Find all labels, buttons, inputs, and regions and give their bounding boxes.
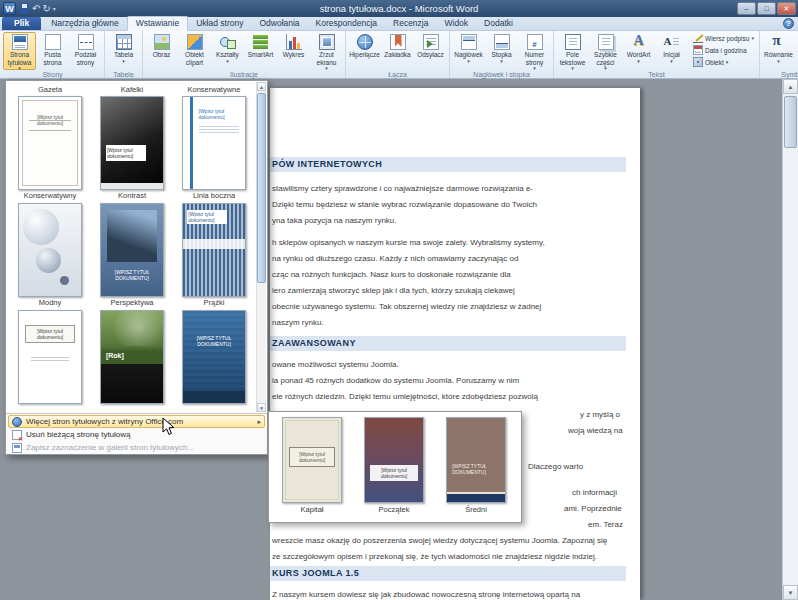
cover-template-perspektywa[interactable]: [Wpisz tytuł dokumentu]Perspektywa: [91, 201, 173, 308]
wiersz-podpisu-dropdown-arrow-icon: ▾: [751, 36, 754, 41]
cover-template-kontrast[interactable]: [Wpisz tytuł dokumentu]Kontrast: [91, 94, 173, 201]
cover-template-puzzle[interactable]: [WPISZ TYTUŁ DOKUMENTU]: [173, 308, 255, 404]
ribbon-button-obiekt[interactable]: Obiekt▾: [690, 56, 757, 68]
tab-korespondencja[interactable]: Korespondencja: [308, 17, 385, 30]
document-text-line: ch informacji: [572, 488, 617, 497]
ribbon-button-inicjal[interactable]: Inicjał▾: [655, 32, 688, 70]
gallery-scrollbar[interactable]: ▲ ▼: [256, 82, 266, 412]
ribbon-button-wordart[interactable]: WordArt▾: [622, 32, 655, 70]
cover-template-motion[interactable]: [Rok]: [91, 308, 173, 404]
cover-template-exposure[interactable]: [Wpisz tytuł dokumentu]: [9, 308, 91, 404]
ribbon-button-smartart[interactable]: SmartArt: [244, 32, 277, 70]
thumbnail-title-text: [Wpisz tytuł dokumentu]: [199, 108, 242, 120]
ribbon-group-tekst: Pole tekstowe▾Szybkie części▾WordArt▾Ini…: [554, 31, 760, 78]
tab-widok[interactable]: Widok: [436, 17, 476, 30]
scrollbar-thumb[interactable]: [784, 96, 797, 148]
cover-thumbnail: [WPISZ TYTUŁ DOKUMENTU]: [182, 310, 246, 404]
ribbon-button-wiersz-podpisu[interactable]: Wiersz podpisu▾: [690, 32, 757, 44]
flyout-template-sredni[interactable]: [WPISZ TYTUŁ DOKUMENTU]Średni: [441, 417, 511, 517]
cover-template-konserwatywny[interactable]: [Wpisz tytuł dokumentu]Konserwatywny: [9, 94, 91, 201]
tab-dodatki[interactable]: Dodatki: [476, 17, 521, 30]
menu-item-zapisz-zaznaczenie-w-galerii-stron-tytulowych[interactable]: Zapisz zaznaczenie w galerii stron tytuł…: [8, 441, 265, 454]
help-icon[interactable]: ?: [783, 18, 794, 29]
rownanie-dropdown-arrow-icon: ▾: [777, 59, 780, 64]
ribbon-button-data-i-godzina[interactable]: Data i godzina: [690, 44, 757, 56]
document-page[interactable]: PÓW INTERNETOWYCHstawiliśmy cztery spraw…: [270, 88, 640, 600]
flyout-template-kapital[interactable]: [Wpisz tytuł dokumentu]Kapitał: [277, 417, 347, 517]
ribbon-button-zrzut-ekranu[interactable]: Zrzut ekranu▾: [310, 32, 343, 70]
inicjal-icon: [664, 34, 680, 50]
scroll-up-icon[interactable]: ▲: [783, 79, 798, 94]
cover-thumbnail: [WPISZ TYTUŁ DOKUMENTU]: [446, 417, 506, 503]
save-selection-icon: [12, 443, 22, 453]
tab-recenzja[interactable]: Recenzja: [385, 17, 436, 30]
ribbon-button-ksztalty[interactable]: Kształty▾: [211, 32, 244, 70]
tab-uklad-strony[interactable]: Układ strony: [188, 17, 251, 30]
ribbon-button-odsylacz[interactable]: Odsyłacz: [414, 32, 447, 70]
document-text-line: owane możliwości systemu Joomla.: [272, 360, 399, 369]
podzial-strony-icon: [78, 34, 94, 50]
ribbon-button-rownanie[interactable]: Równanie▾: [762, 32, 795, 70]
ribbon-button-naglowek[interactable]: Nagłówek▾: [452, 32, 485, 70]
cover-template-konserwatywne[interactable]: Konserwatywne: [173, 82, 255, 94]
cover-page-gallery-list: GazetaKafelkiKonserwatywne[Wpisz tytuł d…: [9, 82, 255, 413]
naglowek-icon: [461, 34, 477, 50]
maximize-button[interactable]: □: [757, 2, 776, 15]
gallery-scrollbar-thumb[interactable]: [257, 93, 266, 283]
save-icon[interactable]: [18, 2, 30, 15]
undo-icon[interactable]: ↶: [32, 2, 40, 15]
office-globe-icon: [12, 417, 22, 427]
tab-narzedzia-glowne[interactable]: Narzędzia główne: [43, 17, 127, 30]
pole-tekstowe-icon: [565, 34, 581, 50]
qat-dropdown-arrow-icon[interactable]: ▾: [53, 2, 56, 15]
strona-tytulowa-icon: [12, 34, 28, 50]
ribbon-button-numer-strony[interactable]: Numer strony▾: [518, 32, 551, 70]
ribbon-button-pole-tekstowe[interactable]: Pole tekstowe▾: [556, 32, 589, 70]
ribbon-button-zakladka[interactable]: Zakładka: [381, 32, 414, 70]
cover-thumbnail: [Wpisz tytuł dokumentu]: [182, 96, 246, 190]
document-text-line: wreszcie masz okazję do poszerzenia swoj…: [272, 536, 607, 545]
ribbon-button-pusta-strona[interactable]: Pusta strona: [36, 32, 69, 70]
ribbon-button-stopka[interactable]: Stopka▾: [485, 32, 518, 70]
ribbon-button-tabela[interactable]: Tabela▾: [107, 32, 140, 70]
pole-tekstowe-label: Pole tekstowe: [557, 51, 588, 66]
redo-icon[interactable]: ↻: [42, 2, 50, 15]
scroll-down-icon[interactable]: ▼: [783, 585, 798, 600]
ribbon-button-obraz[interactable]: Obraz: [145, 32, 178, 70]
menu-item-wiecej-stron-tytulowych-z-witryny-office-com[interactable]: Więcej stron tytułowych z witryny Office…: [8, 415, 265, 428]
flyout-template-poczatek[interactable]: [Wpisz tytuł dokumentu]Początek: [359, 417, 429, 517]
title-bar: W ↶ ↻ ▾ strona tytułowa.docx - Microsoft…: [0, 0, 798, 17]
tab-plik[interactable]: Plik: [2, 17, 41, 30]
cover-template-modny[interactable]: Modny: [9, 201, 91, 308]
ribbon-button-strona-tytulowa[interactable]: Strona tytułowa▾: [3, 32, 36, 70]
tab-odwolania[interactable]: Odwołania: [251, 17, 307, 30]
tab-wstawianie[interactable]: Wstawianie: [127, 16, 188, 31]
menu-item-label: Więcej stron tytułowych z witryny Office…: [26, 417, 183, 426]
tabela-dropdown-arrow-icon: ▾: [122, 59, 125, 64]
cover-template-prazki[interactable]: [Wpisz tytuł dokumentu]Prążki: [173, 201, 255, 308]
thumbnail-title-text: [Wpisz tytuł dokumentu]: [106, 145, 146, 161]
cover-template-kafelki[interactable]: Kafelki: [91, 82, 173, 94]
cover-thumbnail: [Wpisz tytuł dokumentu]: [100, 203, 164, 297]
menu-item-usun-biezaca-strone-tytulowa[interactable]: Usuń bieżącą stronę tytułową: [8, 428, 265, 441]
odsylacz-icon: [423, 34, 439, 50]
ribbon-button-wykres[interactable]: Wykres: [277, 32, 310, 70]
cover-thumbnail: [Rok]: [100, 310, 164, 404]
word-logo-icon: W: [3, 2, 16, 15]
gallery-scroll-up-icon[interactable]: ▲: [257, 82, 266, 91]
gallery-scroll-down-icon[interactable]: ▼: [257, 403, 266, 412]
document-text-line: h sklepów opisanych w naszym kursie ma s…: [272, 238, 545, 247]
document-scrollbar[interactable]: ▲ ▼: [782, 79, 798, 600]
thumbnail-title-text: [Wpisz tytuł dokumentu]: [289, 447, 334, 467]
ribbon-tab-row: PlikNarzędzia główneWstawianieUkład stro…: [0, 17, 798, 31]
close-button[interactable]: ✕: [777, 2, 796, 15]
document-heading: ZAAWANSOWANY: [270, 336, 626, 351]
ribbon-button-podzial-strony[interactable]: Podział strony: [69, 32, 102, 70]
ribbon-button-szybkie-czesci[interactable]: Szybkie części▾: [589, 32, 622, 70]
minimize-button[interactable]: –: [737, 2, 756, 15]
cover-template-linia-boczna[interactable]: [Wpisz tytuł dokumentu]Linia boczna: [173, 94, 255, 201]
document-text-line: ia ponad 45 różnych dodatków do systemu …: [272, 376, 519, 385]
ribbon-button-hiperlacze[interactable]: Hiperłącze: [348, 32, 381, 70]
ribbon-button-obiekt-clipart[interactable]: Obiekt clipart: [178, 32, 211, 70]
cover-template-gazeta[interactable]: Gazeta: [9, 82, 91, 94]
